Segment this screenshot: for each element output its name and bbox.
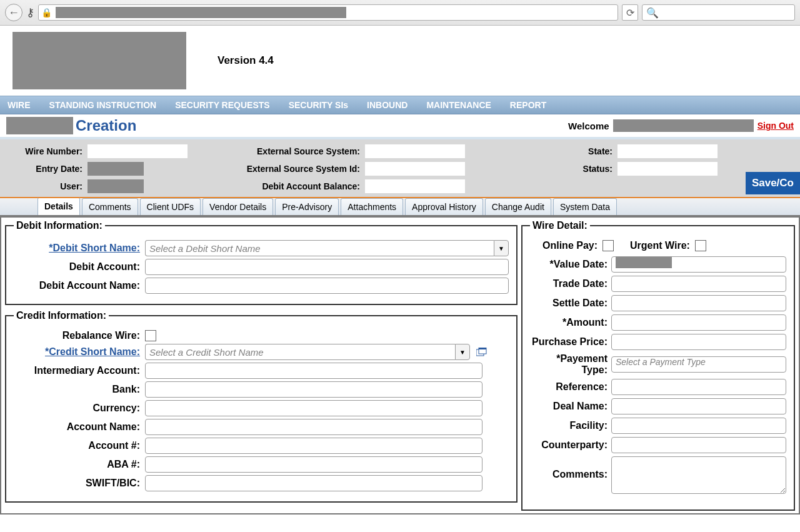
nav-security-requests[interactable]: SECURITY REQUESTS xyxy=(175,100,269,110)
payment-type-input[interactable]: Select a Payment Type xyxy=(611,356,786,373)
debit-fieldset: Debit Information: *Debit Short Name: Se… xyxy=(5,220,518,305)
currency-input[interactable] xyxy=(145,400,482,416)
reference-input[interactable] xyxy=(611,379,786,395)
account-num-input[interactable] xyxy=(145,438,482,454)
amount-label: *Amount: xyxy=(530,317,611,328)
page-title: Creation xyxy=(76,117,136,134)
signout-link[interactable]: Sign Out xyxy=(758,121,794,131)
facility-input[interactable] xyxy=(611,418,786,434)
comments-label: Comments: xyxy=(530,456,611,480)
credit-short-name-label[interactable]: *Credit Short Name: xyxy=(14,346,145,358)
purchase-price-input[interactable] xyxy=(611,334,786,350)
nav-standing-instruction[interactable]: STANDING INSTRUCTION xyxy=(49,100,157,110)
tab-system-data[interactable]: System Data xyxy=(553,198,617,215)
amount-input[interactable] xyxy=(611,314,786,331)
user-redacted xyxy=(88,179,144,193)
ext-src-id-input[interactable] xyxy=(365,162,465,176)
debit-legend: Debit Information: xyxy=(14,220,105,231)
save-button[interactable]: Save/Co xyxy=(746,172,800,194)
account-name-label: Account Name: xyxy=(14,421,145,433)
entry-date-redacted xyxy=(88,162,144,176)
rebalance-checkbox[interactable] xyxy=(145,330,156,341)
state-input[interactable] xyxy=(618,144,718,158)
status-input[interactable] xyxy=(618,162,718,176)
wire-number-label: Wire Number: xyxy=(8,146,82,156)
debit-short-name-combo[interactable]: Select a Debit Short Name ▼ xyxy=(145,240,509,256)
browser-search[interactable]: 🔍 xyxy=(642,4,795,21)
wire-number-input[interactable] xyxy=(88,144,188,158)
value-date-input[interactable] xyxy=(611,256,786,273)
swift-input[interactable] xyxy=(145,475,482,491)
credit-short-name-combo[interactable]: Select a Credit Short Name ▼ xyxy=(145,344,470,360)
user-label: User: xyxy=(8,181,82,191)
settle-date-label: Settle Date: xyxy=(530,298,611,309)
trade-date-label: Trade Date: xyxy=(530,278,611,289)
debit-account-input[interactable] xyxy=(145,259,509,275)
nav-report[interactable]: REPORT xyxy=(510,100,546,110)
nav-inbound[interactable]: INBOUND xyxy=(367,100,408,110)
tab-pre-advisory[interactable]: Pre-Advisory xyxy=(275,198,339,215)
credit-short-name-input[interactable]: Select a Credit Short Name xyxy=(145,344,455,360)
deal-name-label: Deal Name: xyxy=(530,401,611,412)
tab-bar: Details Comments Client UDFs Vendor Deta… xyxy=(0,197,800,218)
credit-legend: Credit Information: xyxy=(14,310,109,321)
content-area: Debit Information: *Debit Short Name: Se… xyxy=(0,218,800,514)
trade-date-input[interactable] xyxy=(611,276,786,292)
entry-date-label: Entry Date: xyxy=(8,164,82,174)
reference-label: Reference: xyxy=(530,381,611,393)
welcome-user-redacted xyxy=(613,119,754,132)
title-bar: Creation Welcome Sign Out xyxy=(0,114,800,139)
lookup-icon[interactable] xyxy=(476,348,488,356)
lock-icon: 🔒 xyxy=(41,8,52,18)
debit-short-name-input[interactable]: Select a Debit Short Name xyxy=(145,240,494,256)
back-button[interactable]: ← xyxy=(5,4,22,21)
wire-detail-fieldset: Wire Detail: Online Pay: Urgent Wire: *V… xyxy=(521,220,795,511)
tab-client-udfs[interactable]: Client UDFs xyxy=(140,198,201,215)
ext-src-input[interactable] xyxy=(365,144,465,158)
account-name-input[interactable] xyxy=(145,419,482,435)
intermediary-input[interactable] xyxy=(145,363,482,379)
online-pay-label: Online Pay: xyxy=(542,240,598,251)
tab-approval-history[interactable]: Approval History xyxy=(405,198,483,215)
browser-bar: ← ⚷ 🔒 ⟳ 🔍 xyxy=(0,0,800,26)
facility-label: Facility: xyxy=(530,420,611,431)
currency-label: Currency: xyxy=(14,403,145,414)
debit-balance-label: Debit Account Balance: xyxy=(235,181,360,191)
urgent-label: Urgent Wire: xyxy=(630,240,690,251)
tab-comments[interactable]: Comments xyxy=(82,198,138,215)
intermediary-label: Intermediary Account: xyxy=(14,365,145,376)
counterparty-label: Counterparty: xyxy=(530,439,611,451)
online-pay-checkbox[interactable] xyxy=(602,240,614,251)
debit-short-name-label[interactable]: *Debit Short Name: xyxy=(14,243,145,254)
debit-account-name-label: Debit Account Name: xyxy=(14,280,145,291)
tab-vendor-details[interactable]: Vendor Details xyxy=(202,198,273,215)
settle-date-input[interactable] xyxy=(611,295,786,311)
rebalance-label: Rebalance Wire: xyxy=(14,330,145,341)
debit-short-name-dropdown[interactable]: ▼ xyxy=(494,240,509,256)
header-fields: Wire Number: External Source System: Sta… xyxy=(0,139,800,197)
nav-maintenance[interactable]: MAINTENANCE xyxy=(426,100,491,110)
title-prefix-redacted xyxy=(6,117,73,134)
payment-type-label: *Payement Type: xyxy=(530,353,611,376)
url-bar[interactable]: 🔒 xyxy=(38,4,618,21)
aba-input[interactable] xyxy=(145,456,482,473)
aba-label: ABA #: xyxy=(14,459,145,470)
debit-balance-input[interactable] xyxy=(365,179,465,193)
search-icon: 🔍 xyxy=(646,7,659,19)
tab-details[interactable]: Details xyxy=(38,197,80,215)
reload-button[interactable]: ⟳ xyxy=(622,4,638,21)
comments-input[interactable] xyxy=(611,456,786,494)
state-label: State: xyxy=(562,146,612,156)
tab-change-audit[interactable]: Change Audit xyxy=(485,198,551,215)
deal-name-input[interactable] xyxy=(611,398,786,414)
urgent-checkbox[interactable] xyxy=(695,240,706,251)
ext-src-id-label: External Source System Id: xyxy=(235,164,360,174)
bank-input[interactable] xyxy=(145,381,482,398)
nav-wire[interactable]: WIRE xyxy=(8,100,31,110)
debit-account-name-input[interactable] xyxy=(145,278,509,294)
nav-security-sis[interactable]: SECURITY SIs xyxy=(289,100,348,110)
ext-src-label: External Source System: xyxy=(235,146,360,156)
tab-attachments[interactable]: Attachments xyxy=(341,198,403,215)
counterparty-input[interactable] xyxy=(611,437,786,453)
credit-short-name-dropdown[interactable]: ▼ xyxy=(455,344,470,360)
